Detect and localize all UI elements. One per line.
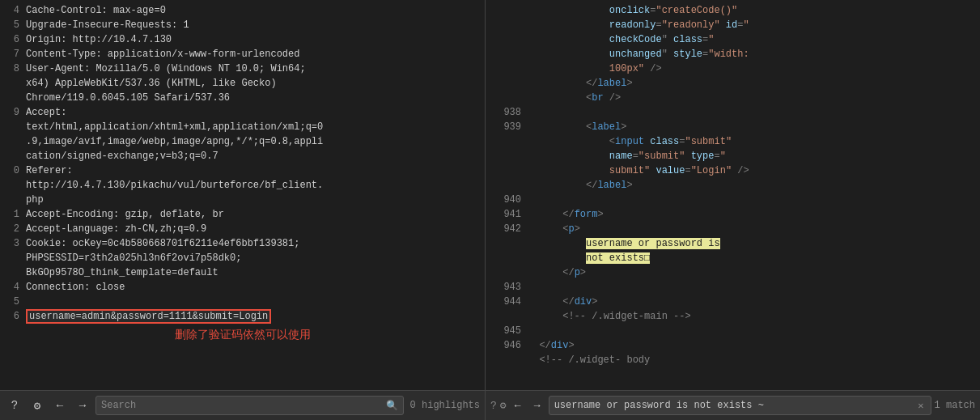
right-line-number: 942 xyxy=(489,222,521,236)
left-code-area: 4Cache-Control: max-age=05Upgrade-Insecu… xyxy=(0,0,485,390)
left-code-line: 3Cookie: ocKey=0c4b580668701f6211e4ef6bb… xyxy=(0,236,485,251)
line-content: Accept: xyxy=(26,105,482,120)
left-search-input[interactable] xyxy=(101,400,383,411)
right-line-number xyxy=(489,18,521,32)
right-line-content: username or password is xyxy=(528,236,977,251)
right-code-line: onclick="createCode()" xyxy=(486,3,980,18)
right-code-line: <!-- /.widget-main --> xyxy=(486,309,980,324)
line-number xyxy=(3,251,19,265)
left-code-line: 0Referer: xyxy=(0,163,485,178)
line-content: username=admin&password=1111&submit=Logi… xyxy=(26,309,482,324)
right-back-icon[interactable]: ← xyxy=(510,397,526,414)
right-search-box[interactable]: ✕ xyxy=(549,396,931,415)
right-search-input[interactable] xyxy=(554,400,914,411)
help-icon[interactable]: ? xyxy=(5,396,24,415)
line-number: 7 xyxy=(3,47,19,62)
left-code-line: x64) AppleWebKit/537.36 (KHTML, like Gec… xyxy=(0,76,485,91)
right-line-content: </label> xyxy=(528,76,977,91)
left-code-line: .9,image/avif,image/webp,image/apng,*/*;… xyxy=(0,134,485,149)
line-number: 4 xyxy=(3,3,19,18)
search-icon: 🔍 xyxy=(386,400,398,412)
right-line-number: 941 xyxy=(489,207,521,222)
right-code-line: not exists□ xyxy=(486,251,980,265)
right-code-line: <!-- /.widget- body xyxy=(486,353,980,367)
line-number xyxy=(3,178,19,193)
right-help-icon[interactable]: ? xyxy=(490,400,497,412)
right-code-line: </label> xyxy=(486,76,980,91)
right-line-number: 945 xyxy=(489,324,521,338)
line-number: 5 xyxy=(3,18,19,32)
right-line-number xyxy=(489,134,521,149)
right-line-content: </form> xyxy=(528,207,977,222)
line-content: Referer: xyxy=(26,163,482,178)
right-line-content: <input class="submit" xyxy=(528,134,977,149)
right-line-content: not exists□ xyxy=(528,251,977,265)
match-count: 1 match xyxy=(935,400,975,411)
right-code-line: 945 xyxy=(486,324,980,338)
left-toolbar: ? ⚙ ← → 🔍 0 highlights xyxy=(0,390,485,420)
clear-search-icon[interactable]: ✕ xyxy=(916,400,925,412)
line-content: Origin: http://10.4.7.130 xyxy=(26,32,482,47)
right-line-number xyxy=(489,236,521,251)
line-content: User-Agent: Mozilla/5.0 (Windows NT 10.0… xyxy=(26,62,482,76)
right-code-line: 944 </div> xyxy=(486,295,980,309)
right-line-content: readonly="readonly" id=" xyxy=(528,18,977,32)
left-code-line: text/html,application/xhtml+xml,applicat… xyxy=(0,120,485,134)
left-search-box[interactable]: 🔍 xyxy=(95,396,404,415)
left-code-line: 4Connection: close xyxy=(0,280,485,295)
right-line-number xyxy=(489,62,521,76)
right-line-number: 940 xyxy=(489,193,521,207)
right-code-line: 942 <p> xyxy=(486,222,980,236)
right-line-number xyxy=(489,149,521,163)
main-content: 4Cache-Control: max-age=05Upgrade-Insecu… xyxy=(0,0,980,420)
left-code-line: 5 xyxy=(0,295,485,309)
right-line-content xyxy=(528,105,977,120)
right-line-content: checkCode" class=" xyxy=(528,32,977,47)
line-number: 3 xyxy=(3,236,19,251)
left-code-line: 9Accept: xyxy=(0,105,485,120)
left-code-line: Chrome/119.0.6045.105 Safari/537.36 xyxy=(0,91,485,105)
right-forward-icon[interactable]: → xyxy=(529,397,545,414)
right-line-content: <!-- /.widget- body xyxy=(528,353,977,367)
line-number: 6 xyxy=(3,32,19,47)
line-number xyxy=(3,193,19,207)
line-content: http://10.4.7.130/pikachu/vul/burteforce… xyxy=(26,178,482,193)
line-number xyxy=(3,265,19,280)
right-line-number: 938 xyxy=(489,105,521,120)
line-number: 1 xyxy=(3,207,19,222)
right-line-content: <label> xyxy=(528,120,977,134)
right-code-line: 941 </form> xyxy=(486,207,980,222)
line-number: 6 xyxy=(3,309,19,324)
line-number xyxy=(3,149,19,163)
right-settings-icon[interactable]: ⚙ xyxy=(500,399,507,412)
left-code-line: 8User-Agent: Mozilla/5.0 (Windows NT 10.… xyxy=(0,62,485,76)
right-line-number xyxy=(489,3,521,18)
line-content: BkGOp9578O_think_template=default xyxy=(26,265,482,280)
right-line-number xyxy=(489,309,521,324)
right-code-line: name="submit" type=" xyxy=(486,149,980,163)
line-content: .9,image/avif,image/webp,image/apng,*/*;… xyxy=(26,134,482,149)
right-line-content: <p> xyxy=(528,222,977,236)
line-content: x64) AppleWebKit/537.36 (KHTML, like Gec… xyxy=(26,76,482,91)
left-code-line: BkGOp9578O_think_template=default xyxy=(0,265,485,280)
right-line-content: </div> xyxy=(528,338,977,353)
line-content: Chrome/119.0.6045.105 Safari/537.36 xyxy=(26,91,482,105)
back-icon[interactable]: ← xyxy=(50,396,70,415)
left-code-line: 7Content-Type: application/x-www-form-ur… xyxy=(0,47,485,62)
right-code-line: submit" value="Login" /> xyxy=(486,163,980,178)
right-code-line: unchanged" style="width: xyxy=(486,47,980,62)
right-line-number xyxy=(489,265,521,280)
right-line-number: 944 xyxy=(489,295,521,309)
right-code-line: </label> xyxy=(486,178,980,193)
right-line-content xyxy=(528,280,977,295)
right-line-number: 939 xyxy=(489,120,521,134)
right-line-content xyxy=(528,324,977,338)
right-toolbar: ? ⚙ ← → ✕ 1 match xyxy=(486,390,980,420)
line-number: 0 xyxy=(3,163,19,178)
right-line-number xyxy=(489,178,521,193)
line-number xyxy=(3,120,19,134)
left-code-line: cation/signed-exchange;v=b3;q=0.7 xyxy=(0,149,485,163)
forward-icon[interactable]: → xyxy=(73,396,92,415)
left-code-line: 1Accept-Encoding: gzip, deflate, br xyxy=(0,207,485,222)
settings-icon[interactable]: ⚙ xyxy=(28,396,47,415)
